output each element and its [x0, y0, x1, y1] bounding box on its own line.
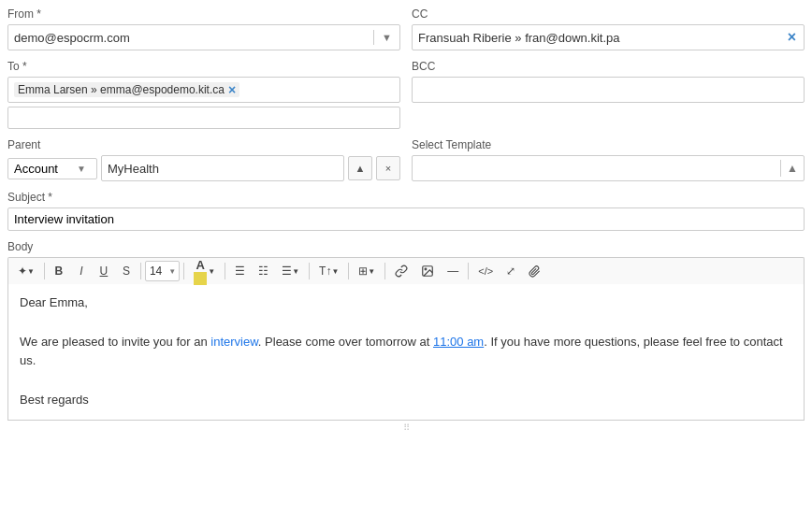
table-btn[interactable]: ⊞ ▼ — [353, 261, 381, 281]
body-editor[interactable]: Dear Emma, We are pleased to invite you … — [7, 284, 805, 421]
tb-sep-5 — [309, 263, 310, 279]
expand-btn[interactable]: ⤢ — [500, 261, 521, 281]
template-input[interactable] — [413, 158, 780, 179]
to-extra-input[interactable] — [14, 111, 394, 125]
svg-point-1 — [425, 268, 427, 270]
parent-row: Account Contact Lead Opportunity ▼ MyHea… — [7, 155, 400, 181]
color-label: A — [196, 258, 205, 272]
font-size-arrow[interactable]: ▼ — [166, 267, 179, 276]
body-line2-link: interview — [210, 335, 258, 349]
image-btn[interactable] — [415, 261, 440, 281]
tb-sep-3 — [183, 263, 184, 279]
code-btn[interactable]: </> — [472, 261, 499, 281]
parent-label: Parent — [7, 138, 400, 151]
align-btn[interactable]: ☰ ▼ — [276, 261, 305, 281]
parent-up-btn[interactable]: ▲ — [348, 156, 372, 180]
from-field: demo@espocrm.com ▼ — [7, 24, 400, 50]
subject-section: Subject * — [7, 191, 805, 231]
select-template-label: Select Template — [412, 138, 805, 151]
cc-tag: Fransuah Riberie » fran@down.kit.pa — [418, 31, 782, 45]
color-btn[interactable]: A ▼ — [188, 261, 221, 281]
to-input[interactable] — [243, 83, 394, 97]
parent-value-field: MyHealth — [101, 155, 344, 181]
select-template-field[interactable]: ▲ — [412, 155, 805, 181]
bold-btn[interactable]: B — [49, 261, 69, 281]
italic-btn[interactable]: I — [71, 261, 92, 281]
body-line2: We are pleased to invite you for an inte… — [20, 333, 792, 372]
attach-btn[interactable] — [523, 261, 546, 281]
cc-label: CC — [412, 7, 805, 21]
from-dropdown-btn[interactable]: ▼ — [373, 30, 399, 45]
tb-sep-1 — [44, 263, 45, 279]
template-dropdown-btn[interactable]: ▲ — [780, 160, 804, 177]
parent-clear-btn[interactable]: × — [376, 156, 400, 180]
to-tag: Emma Larsen » emma@espodemo.kit.ca × — [14, 82, 239, 97]
magic-btn[interactable]: ✦ ▼ — [12, 261, 40, 281]
color-swatch — [194, 272, 207, 285]
strikethrough-btn[interactable]: S — [116, 261, 137, 281]
link-btn[interactable] — [389, 261, 413, 281]
tb-sep-7 — [384, 263, 385, 279]
color-dropdown-arrow: ▼ — [208, 267, 215, 276]
body-label: Body — [7, 240, 805, 253]
tb-sep-4 — [225, 263, 225, 279]
parent-type-wrap: Account Contact Lead Opportunity ▼ — [7, 158, 97, 179]
parent-value-text: MyHealth — [108, 162, 159, 176]
body-line3: Best regards — [20, 391, 792, 410]
bcc-field[interactable] — [412, 77, 805, 103]
scroll-hint: ⠿ — [7, 422, 805, 433]
cc-remove-btn[interactable]: × — [786, 30, 798, 45]
bcc-label: BCC — [412, 60, 805, 73]
text-type-btn[interactable]: T↑ ▼ — [313, 261, 344, 281]
body-line1: Dear Emma, — [20, 293, 792, 313]
to-remove-btn[interactable]: × — [228, 83, 236, 96]
num-list-btn[interactable]: ☷ — [253, 261, 274, 281]
font-size-wrap[interactable]: 14 ▼ — [145, 261, 180, 281]
to-field[interactable]: Emma Larsen » emma@espodemo.kit.ca × — [7, 77, 400, 103]
body-line2-start: We are pleased to invite you for an — [20, 335, 210, 349]
to-extra-field[interactable] — [7, 107, 400, 129]
body-line2-mid: . Please come over tomorrow at — [258, 335, 433, 349]
parent-type-select[interactable]: Account Contact Lead Opportunity — [7, 158, 97, 179]
body-line2-time: 11:00 am — [433, 335, 484, 349]
body-section: Body ✦ ▼ B I U S 14 ▼ A ▼ ☰ ☷ ☰ ▼ T↑ ▼ ⊞… — [7, 240, 805, 433]
body-toolbar: ✦ ▼ B I U S 14 ▼ A ▼ ☰ ☷ ☰ ▼ T↑ ▼ ⊞ ▼ — [7, 257, 805, 284]
tb-sep-2 — [140, 263, 141, 279]
cc-field[interactable]: Fransuah Riberie » fran@down.kit.pa × — [412, 24, 805, 50]
subject-label: Subject * — [7, 191, 805, 204]
font-size-value: 14 — [146, 265, 166, 278]
to-tag-text: Emma Larsen » emma@espodemo.kit.ca — [18, 83, 225, 96]
from-label: From * — [7, 7, 400, 21]
tb-sep-8 — [468, 263, 469, 279]
bcc-input[interactable] — [418, 80, 798, 94]
hr-btn[interactable]: — — [442, 261, 464, 281]
bullet-list-btn[interactable]: ☰ — [229, 261, 251, 281]
underline-btn[interactable]: U — [94, 261, 114, 281]
cc-tag-text: Fransuah Riberie » fran@down.kit.pa — [418, 31, 620, 45]
from-value: demo@espocrm.com — [8, 27, 373, 49]
to-label: To * — [7, 60, 400, 73]
subject-input[interactable] — [7, 207, 805, 231]
tb-sep-6 — [348, 263, 349, 279]
